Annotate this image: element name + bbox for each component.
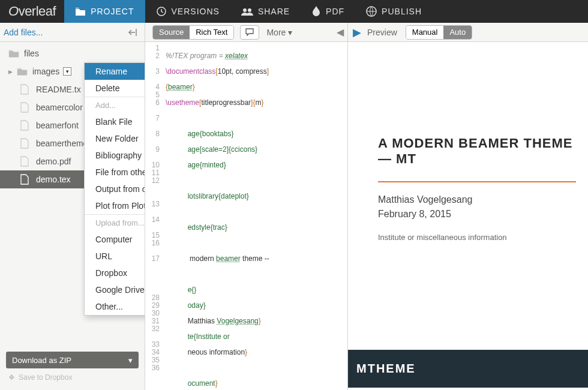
save-dropbox-label: Save to Dropbox — [19, 373, 72, 382]
logo[interactable]: Overleaf — [0, 4, 64, 19]
context-menu: Rename Delete Add... Blank File New Fold… — [84, 62, 145, 316]
richtext-mode-button[interactable]: Rich Text — [190, 26, 233, 39]
file-icon — [19, 119, 30, 131]
preview-label: Preview — [367, 28, 397, 37]
preview-toolbar: ▶ Preview Manual Auto — [348, 23, 588, 41]
folder-icon — [8, 47, 19, 59]
ctx-upload-header: Upload from... — [85, 215, 145, 231]
sidebar-bottom: Download as ZIP ▾ ❖ Save to Dropbox — [0, 348, 145, 390]
slide-author: Matthias Vogelgesang — [378, 194, 588, 205]
chevron-right-icon: ▸ — [8, 67, 17, 76]
slide-1: A MODERN BEAMER THEME — MT Matthias Voge… — [348, 52, 588, 242]
file-label: beamerthemei — [36, 139, 90, 148]
toolbar-row: Add files... Source Rich Text More ▾ ◀ ▶… — [0, 23, 588, 42]
slide-2-title: MTHEME — [348, 350, 588, 388]
line-gutter: 1234567891011121314151617282930313233343… — [145, 42, 163, 390]
dropbox-icon: ❖ — [8, 373, 15, 382]
slide-2-footer — [348, 388, 588, 390]
auto-compile-button[interactable]: Auto — [443, 26, 472, 39]
chevron-down-icon: ▾ — [288, 28, 292, 37]
nav-versions[interactable]: VERSIONS — [145, 0, 230, 23]
file-label: beamercolor — [36, 103, 83, 112]
file-icon — [19, 83, 30, 95]
nav-project-label: PROJECT — [91, 7, 134, 16]
ctx-bibliography[interactable]: Bibliography — [85, 147, 145, 164]
file-icon — [19, 173, 30, 185]
ctx-url[interactable]: URL — [85, 248, 145, 265]
main-area: files ▸ images ▼ Rename Delete Add... Bl… — [0, 42, 588, 390]
nav-project[interactable]: PROJECT — [64, 0, 145, 23]
svg-point-2 — [248, 8, 251, 12]
top-nav: Overleaf PROJECT VERSIONS SHARE PDF PUBL… — [0, 0, 588, 23]
nav-versions-label: VERSIONS — [172, 7, 220, 16]
sidebar-toolbar: Add files... — [0, 23, 145, 41]
globe-icon — [366, 6, 377, 17]
nav-pdf-label: PDF — [326, 7, 344, 16]
share-icon — [241, 7, 253, 16]
ctx-output-from-project[interactable]: Output from other Project — [85, 181, 145, 197]
ctx-plot-plotly[interactable]: Plot from Plot.ly (beta) — [85, 197, 145, 214]
pdf-preview[interactable]: A MODERN BEAMER THEME — MT Matthias Voge… — [348, 42, 588, 390]
compile-mode-toggle: Manual Auto — [406, 25, 472, 40]
nav-publish-label: PUBLISH — [382, 7, 422, 16]
title-rule — [378, 181, 576, 182]
folder-menu-toggle[interactable]: ▼ — [63, 67, 71, 76]
code-content: %!TEX program = xelatex \documentclass[1… — [163, 42, 284, 390]
nav-pdf[interactable]: PDF — [301, 0, 355, 23]
more-label: More — [266, 28, 286, 37]
ctx-file-from-project[interactable]: File from other Project — [85, 164, 145, 181]
file-tree: files ▸ images ▼ Rename Delete Add... Bl… — [0, 42, 145, 390]
source-mode-button[interactable]: Source — [153, 26, 190, 39]
ctx-dropbox[interactable]: Dropbox — [85, 265, 145, 281]
folder-images[interactable]: ▸ images ▼ Rename Delete Add... Blank Fi… — [0, 62, 145, 80]
ctx-delete[interactable]: Delete — [85, 80, 145, 97]
goto-source-arrow[interactable]: ▶ — [353, 26, 361, 39]
download-zip-label: Download as ZIP — [12, 356, 71, 365]
nav-share-label: SHARE — [258, 7, 290, 16]
folder-label: files — [24, 49, 39, 58]
ctx-other[interactable]: Other... — [85, 298, 145, 315]
ctx-new-folder[interactable]: New Folder — [85, 130, 145, 147]
comment-icon — [245, 28, 254, 36]
slide-title: A MODERN BEAMER THEME — MT — [378, 136, 588, 167]
folder-root[interactable]: files — [0, 44, 145, 62]
slide-institute: Institute or miscellaneous information — [378, 233, 588, 242]
code-editor[interactable]: 1234567891011121314151617282930313233343… — [145, 42, 348, 390]
tree-list: files ▸ images ▼ Rename Delete Add... Bl… — [0, 42, 145, 348]
editor-toolbar: Source Rich Text More ▾ ◀ — [145, 23, 348, 41]
ctx-google-drive[interactable]: Google Drive — [85, 281, 145, 298]
add-files-button[interactable]: Add files... — [0, 28, 46, 37]
collapse-sidebar-icon[interactable] — [128, 28, 139, 37]
slide-date: February 8, 2015 — [378, 209, 588, 220]
file-icon — [19, 137, 30, 149]
nav-share[interactable]: SHARE — [230, 0, 301, 23]
ctx-computer[interactable]: Computer — [85, 231, 145, 248]
manual-compile-button[interactable]: Manual — [406, 26, 444, 39]
comment-button[interactable] — [240, 25, 259, 40]
save-dropbox-button[interactable]: ❖ Save to Dropbox — [6, 368, 139, 386]
goto-preview-arrow[interactable]: ◀ — [337, 26, 344, 38]
download-zip-button[interactable]: Download as ZIP ▾ — [6, 352, 139, 368]
file-label: demo.pdf — [36, 157, 71, 166]
pdf-icon — [311, 6, 321, 17]
chevron-down-icon: ▾ — [128, 356, 133, 365]
clock-icon — [156, 6, 167, 17]
folder-icon — [17, 65, 28, 77]
file-label: beamerfont — [36, 121, 79, 130]
folder-icon — [75, 7, 86, 16]
file-icon — [19, 155, 30, 167]
ctx-add-header: Add... — [85, 97, 145, 113]
more-menu[interactable]: More ▾ — [266, 28, 292, 37]
nav-publish[interactable]: PUBLISH — [355, 0, 433, 23]
editor-mode-toggle: Source Rich Text — [152, 25, 234, 40]
folder-label: images — [32, 67, 59, 76]
ctx-blank-file[interactable]: Blank File — [85, 113, 145, 130]
ctx-rename[interactable]: Rename — [85, 63, 145, 80]
svg-point-1 — [243, 8, 247, 12]
file-label: README.tx — [36, 85, 81, 94]
file-label: demo.tex — [36, 175, 71, 184]
file-icon — [19, 101, 30, 113]
